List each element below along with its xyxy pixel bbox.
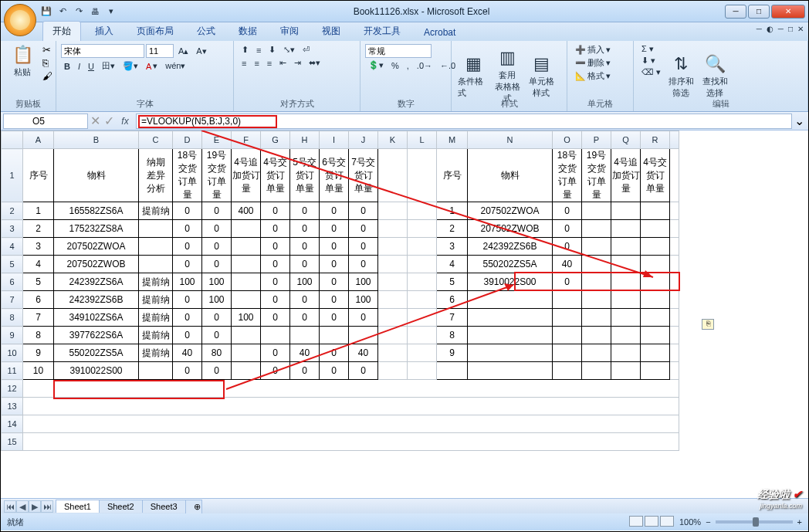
redo-icon[interactable]: ↷ xyxy=(72,5,86,19)
qat-more-icon[interactable]: ▾ xyxy=(104,5,118,19)
orientation-icon[interactable]: ⤡▾ xyxy=(280,44,298,56)
tab-home[interactable]: 开始 xyxy=(42,21,81,41)
copy-icon[interactable]: ⎘ xyxy=(42,57,52,69)
row-header[interactable]: 10 xyxy=(2,344,23,362)
ribbon-min-icon[interactable]: ─ xyxy=(757,25,762,33)
tab-prev-icon[interactable]: ◀ xyxy=(16,500,29,513)
row-header[interactable]: 11 xyxy=(2,362,23,380)
format-cells-button[interactable]: 📐 格式 ▾ xyxy=(572,69,628,83)
tab-view[interactable]: 视图 xyxy=(313,22,350,41)
font-size-select[interactable] xyxy=(146,44,174,58)
tab-insert[interactable]: 插入 xyxy=(86,22,123,41)
font-name-select[interactable] xyxy=(61,44,144,58)
undo-icon[interactable]: ↶ xyxy=(56,5,69,19)
formula-bar[interactable]: =VLOOKUP(N5,B:J,3,0) xyxy=(136,114,792,129)
indent-inc-icon[interactable]: ⇥ xyxy=(291,57,304,69)
col-header[interactable] xyxy=(670,131,679,149)
col-header[interactable]: M xyxy=(437,131,468,149)
row-header[interactable]: 13 xyxy=(2,398,23,415)
border-button[interactable]: 田▾ xyxy=(99,59,118,73)
tab-last-icon[interactable]: ⏭ xyxy=(41,500,53,513)
save-icon[interactable]: 💾 xyxy=(39,5,53,19)
shrink-font-icon[interactable]: A▾ xyxy=(193,44,209,58)
sheet-tab[interactable]: Sheet1 xyxy=(56,500,100,513)
fill-icon[interactable]: ⬇ ▾ xyxy=(638,55,664,66)
phonetic-button[interactable]: wén▾ xyxy=(162,59,188,73)
view-buttons[interactable] xyxy=(628,516,675,528)
ribbon-help-icon[interactable]: ◐ xyxy=(767,25,773,33)
font-color-button[interactable]: A▾ xyxy=(143,59,161,73)
sheet-tab[interactable]: Sheet2 xyxy=(99,500,143,513)
zoom-slider[interactable] xyxy=(716,520,793,524)
row-header[interactable]: 2 xyxy=(2,202,23,220)
align-center-icon[interactable]: ≡ xyxy=(251,57,262,69)
select-all-corner[interactable] xyxy=(2,131,23,149)
col-header[interactable]: J xyxy=(349,131,378,149)
tab-acrobat[interactable]: Acrobat xyxy=(415,24,465,41)
row-header[interactable]: 15 xyxy=(2,433,23,451)
col-header[interactable]: E xyxy=(202,131,232,149)
col-header[interactable]: F xyxy=(232,131,261,149)
col-header[interactable]: Q xyxy=(611,131,641,149)
zoom-level[interactable]: 100% xyxy=(679,517,701,527)
align-top-icon[interactable]: ⬆ xyxy=(239,44,252,56)
grow-font-icon[interactable]: A▴ xyxy=(175,44,191,58)
tab-layout[interactable]: 页面布局 xyxy=(127,22,183,41)
col-header[interactable]: I xyxy=(320,131,349,149)
col-header[interactable]: B xyxy=(54,131,139,149)
wb-min-icon[interactable]: ─ xyxy=(778,25,784,33)
name-box[interactable]: O5 xyxy=(3,114,88,129)
merge-icon[interactable]: ⬌▾ xyxy=(306,57,323,69)
row-header[interactable]: 7 xyxy=(2,291,23,309)
tab-review[interactable]: 审阅 xyxy=(271,22,308,41)
italic-button[interactable]: I xyxy=(75,59,83,73)
cut-icon[interactable]: ✂ xyxy=(42,44,52,56)
row-header[interactable]: 3 xyxy=(2,220,23,238)
col-header[interactable]: P xyxy=(582,131,611,149)
sheet-tab[interactable]: Sheet3 xyxy=(142,500,186,513)
tab-dev[interactable]: 开发工具 xyxy=(354,22,410,41)
wb-restore-icon[interactable]: □ xyxy=(788,25,793,33)
bold-button[interactable]: B xyxy=(61,59,73,73)
row-header[interactable]: 6 xyxy=(2,273,23,291)
percent-icon[interactable]: % xyxy=(388,59,402,71)
row-header[interactable]: 8 xyxy=(2,309,23,327)
zoom-out-icon[interactable]: − xyxy=(706,517,710,527)
col-header[interactable]: R xyxy=(641,131,670,149)
delete-cells-button[interactable]: ➖ 删除 ▾ xyxy=(572,56,628,69)
col-header[interactable]: D xyxy=(173,131,202,149)
fx-icon[interactable]: fx xyxy=(116,116,134,127)
col-header[interactable]: K xyxy=(378,131,408,149)
align-right-icon[interactable]: ≡ xyxy=(264,57,275,69)
new-sheet-tab[interactable]: ⊕ xyxy=(185,500,202,513)
col-header[interactable]: A xyxy=(23,131,54,149)
col-header[interactable]: H xyxy=(290,131,320,149)
row-header[interactable]: 5 xyxy=(2,256,23,273)
print-icon[interactable]: 🖶 xyxy=(88,5,102,19)
autosum-icon[interactable]: Σ ▾ xyxy=(638,43,664,55)
number-format-select[interactable] xyxy=(365,44,432,58)
spreadsheet-grid[interactable]: ABCDEFGHIJKLMNOPQR 1 序号 物料 纳期 差异 分析 18号 … xyxy=(1,130,808,498)
tab-next-icon[interactable]: ▶ xyxy=(29,500,41,513)
row-header[interactable]: 9 xyxy=(2,327,23,344)
wrap-icon[interactable]: ⏎ xyxy=(300,44,313,56)
zoom-in-icon[interactable]: + xyxy=(797,517,802,527)
row-header[interactable]: 14 xyxy=(2,415,23,433)
row-header[interactable]: 1 xyxy=(2,149,23,202)
expand-formula-icon[interactable]: ⌄ xyxy=(792,114,806,128)
clear-icon[interactable]: ⌫ ▾ xyxy=(638,66,664,78)
align-bot-icon[interactable]: ⬇ xyxy=(266,44,279,56)
enter-formula-icon[interactable]: ✓ xyxy=(102,114,116,128)
autofill-options-icon[interactable]: ⎘ xyxy=(702,319,714,330)
comma-icon[interactable]: , xyxy=(404,59,412,71)
align-mid-icon[interactable]: ≡ xyxy=(253,44,264,56)
indent-dec-icon[interactable]: ⇤ xyxy=(276,57,289,69)
row-header[interactable]: 4 xyxy=(2,238,23,256)
paste-button[interactable]: 📋粘贴 xyxy=(5,43,39,80)
inc-decimal-icon[interactable]: .0→ xyxy=(414,59,435,71)
cancel-formula-icon[interactable]: ✕ xyxy=(88,114,102,128)
currency-icon[interactable]: 💲▾ xyxy=(365,59,387,71)
wb-close-icon[interactable]: ✕ xyxy=(797,25,804,33)
col-header[interactable]: C xyxy=(139,131,173,149)
row-header[interactable]: 12 xyxy=(2,380,23,398)
